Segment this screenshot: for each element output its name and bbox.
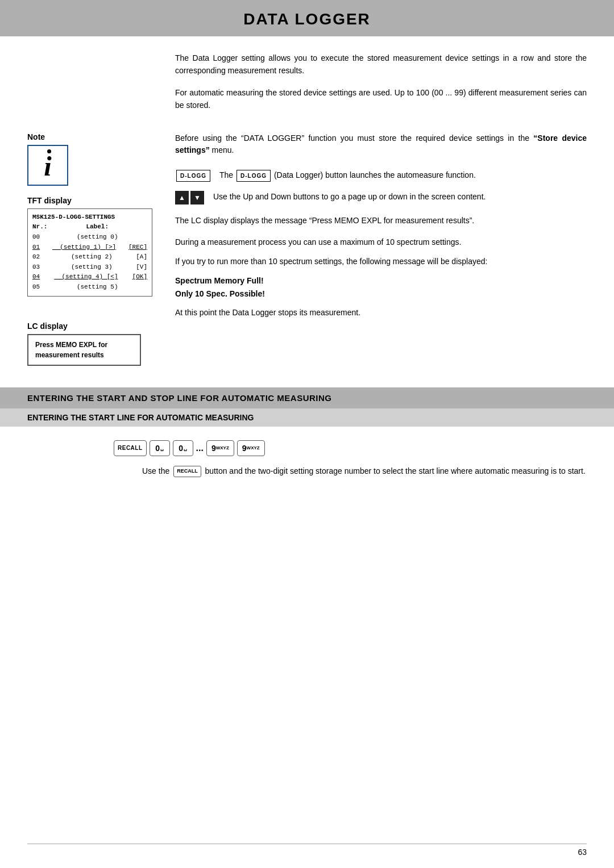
key-0a-digit: 0 xyxy=(155,444,160,453)
key-9a-sub: WXYZ xyxy=(216,445,229,450)
recall-inline-button[interactable]: RECALL xyxy=(173,466,201,477)
key-9b-sub: WXYZ xyxy=(247,445,260,450)
spectrum-para1: During a measurement process you can use… xyxy=(175,236,587,249)
down-arrow-button: ▼ xyxy=(190,191,204,205)
key-0a-sub: ␣ xyxy=(160,445,164,451)
updown-text: Use the Up and Down buttons to go a page… xyxy=(213,191,486,203)
lc-line1: Press MEMO EXPL for xyxy=(35,341,107,349)
tft-label-0: (setting 0) xyxy=(69,232,118,243)
right-panel: Before using the “DATA LOGGER” function … xyxy=(175,132,587,372)
note-middle-text: Before using the “DATA LOGGER” function … xyxy=(175,132,587,157)
dlogg-text: The D-LOGG (Data Logger) button launches… xyxy=(219,169,476,182)
spectrum-para2: If you try to run more than 10 spectrum … xyxy=(175,256,587,268)
tft-row-header: Nr.: Label: xyxy=(32,222,147,232)
dlogg-button-left: D-LOGG xyxy=(176,170,210,182)
lc-section: LC display Press MEMO EXPL for measureme… xyxy=(27,322,164,366)
tft-label-1: (setting 1) [>] xyxy=(52,243,116,253)
tft-num-1: 01 xyxy=(32,243,40,253)
tft-num-0: 00 xyxy=(32,232,40,243)
dlogg-btn-wrap: D-LOGG xyxy=(175,169,211,182)
intro-section: The Data Logger setting allows you to ex… xyxy=(0,52,614,122)
tft-col3-1: [REC] xyxy=(128,243,147,253)
arrows-wrap: ▲ ▼ xyxy=(175,191,208,205)
tft-num-3: 03 xyxy=(32,262,40,273)
key-0a: 0 ␣ xyxy=(150,440,170,456)
section-bar-title: ENTERING THE START AND STOP LINE FOR AUT… xyxy=(27,393,587,403)
updown-paragraph: ▲ ▼ Use the Up and Down buttons to go a … xyxy=(175,191,587,205)
tft-col3-3: [V] xyxy=(136,262,147,273)
tft-label-4: (setting 4) [<] xyxy=(54,272,118,282)
recall-row: RECALL 0 ␣ 0 ␣ ... 9 WXYZ 9 WXYZ xyxy=(114,440,614,456)
tft-row-2: 02 (setting 2) [A] xyxy=(32,252,147,262)
recall-rest: button and the two-digit setting storage… xyxy=(205,466,586,475)
section-bar: ENTERING THE START AND STOP LINE FOR AUT… xyxy=(0,387,614,408)
tft-row-num-header: Nr.: xyxy=(32,222,47,232)
tft-box: MSK125-D-LOGG-SETTINGS Nr.: Label: 00 (s… xyxy=(27,208,152,297)
tft-num-5: 05 xyxy=(32,282,40,293)
recall-para: Use the RECALL button and the two-digit … xyxy=(0,465,614,478)
page-title: DATA LOGGER xyxy=(0,10,614,28)
key-0b: 0 ␣ xyxy=(173,440,193,456)
tft-col3-4: [OK] xyxy=(132,272,147,282)
dlogg-description: (Data Logger) button launches the autome… xyxy=(274,170,476,180)
dlogg-button-inline: D-LOGG xyxy=(237,170,271,182)
key-9a-digit: 9 xyxy=(211,444,216,453)
lc-line2: measurement results xyxy=(35,351,104,359)
tft-num-4: 04 xyxy=(32,272,40,282)
page-number: 63 xyxy=(578,848,587,857)
spectrum-bold-line2: Only 10 Spec. Possible! xyxy=(175,289,265,298)
header-bar: DATA LOGGER xyxy=(0,0,614,36)
intro-para2: For automatic measuring the stored devic… xyxy=(175,87,587,111)
tft-label: TFT display xyxy=(27,196,164,205)
tft-label-3: (setting 3) xyxy=(64,262,113,273)
page: DATA LOGGER The Data Logger setting allo… xyxy=(0,0,614,868)
key-9a: 9 WXYZ xyxy=(206,440,234,456)
info-icon-container: i xyxy=(28,145,67,186)
arrow-buttons: ▲ ▼ xyxy=(175,191,204,205)
tft-row-1: 01 (setting 1) [>] [REC] xyxy=(32,243,147,253)
tft-label-2: (setting 2) xyxy=(64,252,113,262)
footer: 63 xyxy=(27,844,587,857)
intro-left-spacer xyxy=(27,52,175,122)
tft-row-5: 05 (setting 5) xyxy=(32,282,147,293)
note-box: i xyxy=(27,145,68,186)
key-9b-digit: 9 xyxy=(242,444,247,453)
spectrum-bold: Spectrum Memory Full! Only 10 Spec. Poss… xyxy=(175,274,587,300)
dlogg-paragraph: D-LOGG The D-LOGG (Data Logger) button l… xyxy=(175,169,587,182)
tft-row-0: 00 (setting 0) xyxy=(32,232,147,243)
lc-label: LC display xyxy=(27,322,164,331)
recall-use-the: Use the xyxy=(142,466,169,475)
tft-row-label-header: Label: xyxy=(86,222,109,232)
tft-row-3: 03 (setting 3) [V] xyxy=(32,262,147,273)
recall-button[interactable]: RECALL xyxy=(114,440,147,456)
up-arrow-button: ▲ xyxy=(175,191,189,205)
spacer1 xyxy=(27,310,164,322)
tft-row-4: 04 (setting 4) [<] [OK] xyxy=(32,272,147,282)
key-9b: 9 WXYZ xyxy=(237,440,265,456)
sub-section-bar: ENTERING THE START LINE FOR AUTOMATIC ME… xyxy=(0,408,614,427)
info-i-icon: i xyxy=(28,153,67,180)
note-label: Note xyxy=(27,132,164,141)
intro-para1: The Data Logger setting allows you to ex… xyxy=(175,52,587,77)
lc-box: Press MEMO EXPL for measurement results xyxy=(27,334,141,366)
key-0b-digit: 0 xyxy=(179,444,183,453)
dots-separator: ... xyxy=(196,443,204,453)
spectrum-bold-line1: Spectrum Memory Full! xyxy=(175,276,264,285)
tft-col3-2: [A] xyxy=(136,252,147,262)
tft-label-5: (setting 5) xyxy=(69,282,118,293)
intro-right: The Data Logger setting allows you to ex… xyxy=(175,52,587,122)
key-0b-sub: ␣ xyxy=(184,445,187,451)
lc-right-text: The LC display displays the message “Pre… xyxy=(175,215,587,227)
tft-title: MSK125-D-LOGG-SETTINGS xyxy=(32,212,147,223)
tft-section: TFT display MSK125-D-LOGG-SETTINGS Nr.: … xyxy=(27,196,164,297)
note-tft-section: Note i TFT display MSK125-D-LOGG-SETTING… xyxy=(0,132,614,372)
note-section: Note i xyxy=(27,132,164,186)
tft-num-2: 02 xyxy=(32,252,40,262)
sub-section-bar-title: ENTERING THE START LINE FOR AUTOMATIC ME… xyxy=(27,413,587,422)
info-dot-icon xyxy=(47,149,51,153)
spectrum-stop: At this point the Data Logger stops its … xyxy=(175,307,587,319)
left-panel: Note i TFT display MSK125-D-LOGG-SETTING… xyxy=(27,132,175,372)
